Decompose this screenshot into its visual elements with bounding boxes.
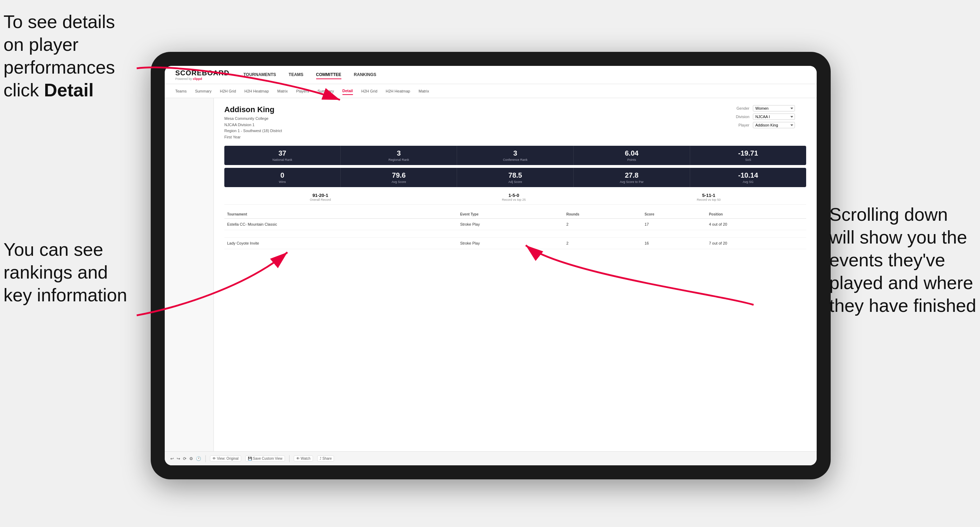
undo-icon[interactable]: ↩ (170, 456, 174, 461)
share-label: Share (323, 457, 332, 460)
player-select[interactable]: Addison King (753, 122, 795, 128)
division-select[interactable]: NJCAA I NJCAA II (753, 114, 795, 120)
nav-rankings[interactable]: RANKINGS (354, 71, 376, 79)
logo-area: SCOREBOARD Powered by clippd (175, 69, 229, 81)
save-custom-view-button[interactable]: 💾 Save Custom View (245, 456, 285, 462)
stat-national-rank-label: National Rank (227, 158, 337, 162)
left-sidebar (165, 98, 214, 451)
cell-position-1: 4 out of 20 (706, 219, 806, 230)
nav-teams[interactable]: TEAMS (289, 71, 304, 79)
toolbar-undo-group: ↩ ↪ ⟳ ⚙ 🕐 (170, 456, 201, 461)
col-event-type: Event Type (457, 210, 563, 219)
division-label: Division (729, 114, 749, 119)
stats-row1: 37 National Rank 3 Regional Rank 3 Confe… (224, 146, 806, 165)
col-tournament: Tournament (224, 210, 457, 219)
stat-avg-sg-value: -10.14 (693, 171, 803, 179)
record-top25-value: 1-5-0 (502, 193, 526, 198)
tablet-screen: SCOREBOARD Powered by clippd TOURNAMENTS… (165, 66, 817, 465)
cell-tournament-2 (224, 230, 457, 238)
redo-icon[interactable]: ↪ (177, 456, 180, 461)
view-label: View: Original (217, 457, 239, 460)
share-icon: ⤴ (320, 457, 321, 460)
stat-points-label: Points (577, 158, 687, 162)
stat-national-rank-value: 37 (227, 149, 337, 157)
cell-score-3: 16 (642, 238, 706, 249)
col-score: Score (642, 210, 706, 219)
save-icon: 💾 (248, 457, 252, 460)
toolbar-sep2 (289, 455, 290, 462)
cell-tournament-1: Estella CC- Mountain Classic (224, 219, 457, 230)
refresh-icon[interactable]: ⟳ (183, 456, 186, 461)
stat-wins-value: 0 (227, 171, 337, 179)
record-top25-label: Record vs top 25 (502, 198, 526, 202)
watch-label: Watch (301, 457, 310, 460)
player-division: NJCAA Division 1 (224, 122, 282, 128)
share-button[interactable]: ⤴ Share (317, 456, 334, 462)
record-top25: 1-5-0 Record vs top 25 (502, 193, 526, 202)
clock-icon[interactable]: 🕐 (196, 456, 201, 461)
col-position: Position (706, 210, 806, 219)
records-row: 91-20-1 Overall Record 1-5-0 Record vs t… (224, 190, 806, 205)
stat-sos-value: -19.71 (693, 149, 803, 157)
player-controls: Gender Women Men Division NJCAA I NJCAA … (729, 105, 806, 128)
view-icon: 👁 (212, 457, 216, 460)
subnav-h2hheatmap[interactable]: H2H Heatmap (244, 87, 269, 95)
settings-icon[interactable]: ⚙ (189, 456, 193, 461)
annotation-topleft: To see details on player performances cl… (3, 11, 137, 102)
subnav-h2hgrid2[interactable]: H2H Grid (361, 87, 377, 95)
nav-tournaments[interactable]: TOURNAMENTS (243, 71, 276, 79)
record-top50-value: 5-11-1 (697, 193, 721, 198)
gender-label: Gender (729, 106, 749, 110)
stat-avg-score-value: 79.6 (344, 171, 454, 179)
stat-sos-label: SoS (693, 158, 803, 162)
record-overall-value: 91-20-1 (310, 193, 331, 198)
stat-regional-rank-value: 3 (344, 149, 454, 157)
cell-position-3: 7 out of 20 (706, 238, 806, 249)
division-control: Division NJCAA I NJCAA II (729, 114, 806, 120)
watch-button[interactable]: 👁 Watch (294, 456, 313, 462)
nav-committee[interactable]: COMMITTEE (316, 71, 341, 79)
annotation-bottomleft: You can see rankings and key information (3, 238, 137, 306)
stat-avg-score-label: Avg Score (344, 180, 454, 184)
stat-avg-score: 79.6 Avg Score (341, 168, 457, 187)
cell-rounds-3: 2 (563, 238, 642, 249)
subnav-summary2[interactable]: Summary (318, 87, 334, 95)
table-row: Lady Coyote Invite Stroke Play 2 16 7 ou… (224, 238, 806, 249)
col-rounds: Rounds (563, 210, 642, 219)
subnav-teams[interactable]: Teams (175, 87, 186, 95)
cell-rounds-1: 2 (563, 219, 642, 230)
main-content: Addison King Mesa Community College NJCA… (165, 98, 817, 451)
cell-event-type-3: Stroke Play (457, 238, 563, 249)
view-original-button[interactable]: 👁 View: Original (210, 456, 241, 462)
stat-avg-sg: -10.14 Avg SG (690, 168, 806, 187)
cell-position-2 (706, 230, 806, 238)
stat-wins-label: Wins (227, 180, 337, 184)
record-overall-label: Overall Record (310, 198, 331, 202)
record-overall: 91-20-1 Overall Record (310, 193, 331, 202)
stat-sos: -19.71 SoS (690, 146, 806, 165)
subnav-detail[interactable]: Detail (342, 87, 353, 95)
table-row (224, 230, 806, 238)
subnav-matrix2[interactable]: Matrix (418, 87, 429, 95)
subnav-matrix[interactable]: Matrix (277, 87, 288, 95)
subnav-summary[interactable]: Summary (195, 87, 212, 95)
tournament-table: Tournament Event Type Rounds Score Posit… (224, 210, 806, 249)
watch-icon: 👁 (296, 457, 300, 460)
cell-score-1: 17 (642, 219, 706, 230)
subnav-h2hgrid[interactable]: H2H Grid (220, 87, 236, 95)
player-year: First Year (224, 134, 282, 141)
stat-adj-score-label: Adj Score (460, 180, 570, 184)
subnav-players[interactable]: Players (296, 87, 309, 95)
stat-avg-score-par-value: 27.8 (577, 171, 687, 179)
gender-select[interactable]: Women Men (753, 105, 795, 111)
table-row: Estella CC- Mountain Classic Stroke Play… (224, 219, 806, 230)
player-control: Player Addison King (729, 122, 806, 128)
gender-control: Gender Women Men (729, 105, 806, 111)
logo-powered: Powered by clippd (175, 77, 229, 81)
subnav-h2hheatmap2[interactable]: H2H Heatmap (386, 87, 410, 95)
stat-conference-rank-value: 3 (460, 149, 570, 157)
stats-row2: 0 Wins 79.6 Avg Score 78.5 Adj Score 27.… (224, 168, 806, 187)
logo-scoreboard: SCOREBOARD (175, 69, 229, 77)
record-top50: 5-11-1 Record vs top 50 (697, 193, 721, 202)
player-info: Addison King Mesa Community College NJCA… (224, 105, 282, 140)
